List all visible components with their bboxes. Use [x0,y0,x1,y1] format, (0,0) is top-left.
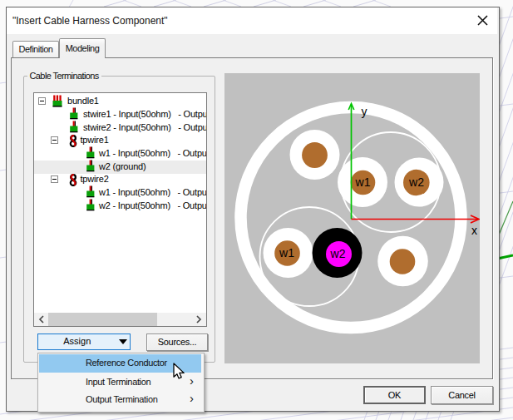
svg-text:w1: w1 [279,246,294,259]
svg-text:w2: w2 [408,175,424,189]
svg-text:y: y [362,105,367,118]
svg-text:w1: w1 [355,175,371,189]
svg-text:x: x [471,224,477,237]
svg-text:w2: w2 [330,247,346,260]
